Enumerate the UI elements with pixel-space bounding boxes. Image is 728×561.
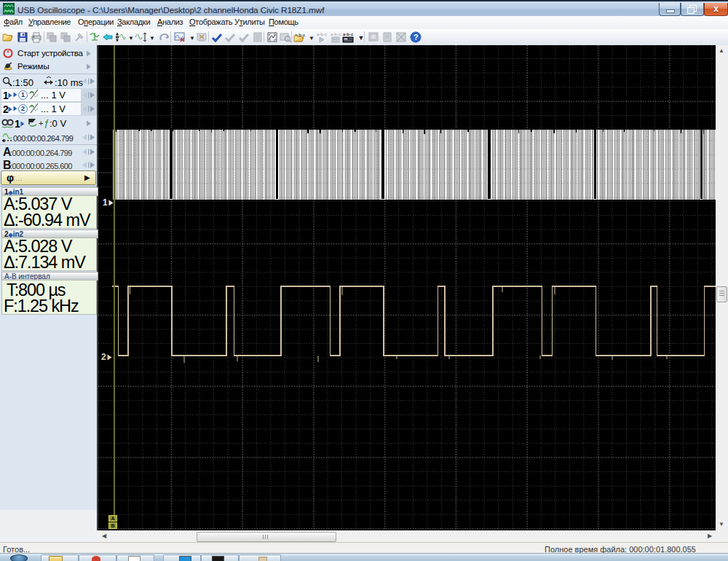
svg-text:a·b·c: a·b·c (343, 32, 354, 36)
svg-text:a·b·c: a·b·c (317, 32, 328, 36)
svg-text:a·b·c: a·b·c (331, 32, 341, 36)
svg-text:?: ? (414, 33, 419, 42)
